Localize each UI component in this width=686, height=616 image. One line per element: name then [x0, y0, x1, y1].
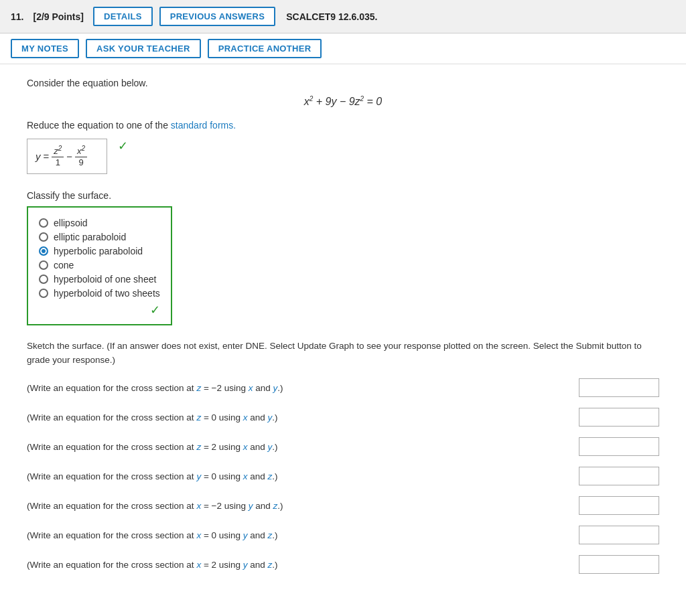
- classify-label: Classify the surface.: [27, 190, 659, 201]
- equation-text: x2 + 9y − 9z2 = 0: [304, 96, 383, 107]
- radio-circle-ellipsoid: [39, 218, 48, 228]
- my-notes-button[interactable]: MY NOTES: [11, 39, 79, 58]
- cross-section-text-1: (Write an equation for the cross section…: [27, 383, 571, 393]
- classify-checkmark: ✓: [39, 303, 160, 317]
- radio-circle-elliptic: [39, 232, 48, 242]
- cross-section-text-5: (Write an equation for the cross section…: [27, 501, 571, 511]
- radio-hyperboloid-one[interactable]: hyperboloid of one sheet: [39, 274, 160, 285]
- radio-elliptic-paraboloid[interactable]: elliptic paraboloid: [39, 232, 160, 242]
- problem-code: SCALCET9 12.6.035.: [286, 11, 377, 22]
- consider-text: Consider the equation below.: [27, 78, 659, 88]
- cross-section-row-1: (Write an equation for the cross section…: [27, 378, 659, 397]
- radio-label-hyp1: hyperboloid of one sheet: [54, 274, 156, 285]
- cross-section-input-7[interactable]: [579, 555, 659, 574]
- radio-cone[interactable]: cone: [39, 260, 160, 271]
- sketch-instruction: Sketch the surface. (If an answer does n…: [27, 339, 659, 368]
- cross-section-input-2[interactable]: [579, 408, 659, 427]
- radio-label-hyperbolic: hyperbolic paraboloid: [54, 246, 143, 256]
- previous-answers-button[interactable]: PREVIOUS ANSWERS: [159, 7, 276, 26]
- radio-hyperboloid-two[interactable]: hyperboloid of two sheets: [39, 288, 160, 299]
- classify-options-box: ellipsoid elliptic paraboloid hyperbolic…: [27, 206, 172, 325]
- cross-section-row-4: (Write an equation for the cross section…: [27, 467, 659, 485]
- cross-section-input-1[interactable]: [579, 378, 659, 397]
- action-bar: MY NOTES ASK YOUR TEACHER PRACTICE ANOTH…: [0, 33, 686, 64]
- cross-section-text-3: (Write an equation for the cross section…: [27, 442, 571, 452]
- cross-section-row-5: (Write an equation for the cross section…: [27, 496, 659, 515]
- fraction-x: x2 9: [75, 145, 87, 168]
- radio-label-cone: cone: [54, 260, 74, 271]
- practice-another-button[interactable]: PRACTICE ANOTHER: [208, 39, 322, 58]
- radio-circle-hyperbolic: [39, 246, 48, 256]
- question-number: 11.: [11, 11, 23, 22]
- ask-teacher-button[interactable]: ASK YOUR TEACHER: [86, 39, 201, 58]
- radio-circle-hyp2: [39, 289, 48, 298]
- top-bar: 11. [2/9 Points] DETAILS PREVIOUS ANSWER…: [0, 0, 686, 33]
- cross-section-text-2: (Write an equation for the cross section…: [27, 412, 571, 422]
- main-content: Consider the equation below. x2 + 9y − 9…: [0, 64, 686, 605]
- cross-section-row-6: (Write an equation for the cross section…: [27, 526, 659, 544]
- radio-label-ellipsoid: ellipsoid: [54, 218, 88, 228]
- cross-section-text-6: (Write an equation for the cross section…: [27, 530, 571, 540]
- cross-section-text-7: (Write an equation for the cross section…: [27, 560, 571, 570]
- fraction-checkmark: ✓: [118, 139, 128, 153]
- radio-ellipsoid[interactable]: ellipsoid: [39, 218, 160, 228]
- details-button[interactable]: DETAILS: [93, 7, 153, 26]
- radio-circle-cone: [39, 260, 48, 270]
- cross-section-input-4[interactable]: [579, 467, 659, 485]
- radio-hyperbolic-paraboloid[interactable]: hyperbolic paraboloid: [39, 246, 160, 256]
- cross-section-row-3: (Write an equation for the cross section…: [27, 437, 659, 456]
- radio-circle-hyp1: [39, 275, 48, 284]
- equation-display: x2 + 9y − 9z2 = 0: [27, 95, 659, 108]
- standard-forms-link[interactable]: standard forms.: [171, 120, 236, 131]
- cross-section-row-7: (Write an equation for the cross section…: [27, 555, 659, 574]
- cross-section-text-4: (Write an equation for the cross section…: [27, 471, 571, 481]
- cross-section-input-6[interactable]: [579, 526, 659, 544]
- points-label: [2/9 Points]: [33, 11, 83, 22]
- fraction-answer-box: y = z2 1 − x2 9: [27, 139, 107, 174]
- radio-label-hyp2: hyperboloid of two sheets: [54, 288, 160, 299]
- fraction-z: z2 1: [52, 145, 64, 168]
- radio-label-elliptic: elliptic paraboloid: [54, 232, 126, 242]
- cross-section-row-2: (Write an equation for the cross section…: [27, 408, 659, 427]
- reduce-instruction: Reduce the equation to one of the standa…: [27, 120, 659, 131]
- cross-section-input-5[interactable]: [579, 496, 659, 515]
- cross-section-input-3[interactable]: [579, 437, 659, 456]
- y-label: y: [36, 151, 41, 162]
